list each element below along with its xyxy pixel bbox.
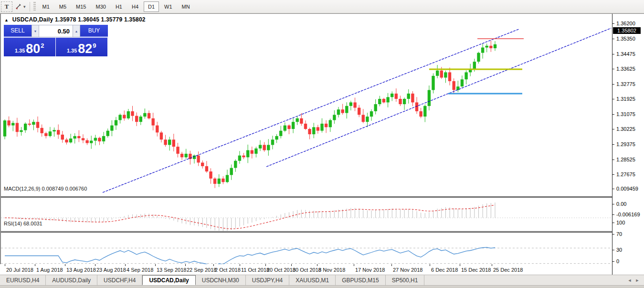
buy-button[interactable]: BUY [80,25,108,37]
channel-lower[interactable] [266,28,611,167]
chart-title: ▲ USDCAD,Daily 1.35978 1.36045 1.35779 1… [4,16,146,23]
price-axis-label: 1.31925 [616,96,635,102]
indicator-axis-label: 70 [616,231,622,237]
time-axis-label: 11 Oct 2018 [241,267,269,273]
buy-price-display[interactable]: 1.35 82 9 [56,38,108,56]
price-axis-tick [612,84,614,85]
time-axis-label: 1 Aug 2018 [36,267,63,273]
arrange-objects-button[interactable]: ▾ [13,1,27,12]
macd-panel-canvas[interactable] [1,198,613,231]
chart-tab-gbpusd-m15[interactable]: GBPUSD,M15 [336,275,385,285]
chart-tab-audusd-daily[interactable]: AUDUSD,Daily [46,275,97,285]
time-axis-label: 30 Oct 2018 [293,267,321,273]
time-axis-label: 13 Aug 2018 [66,267,96,273]
macd-main-value: 0.008749 [42,186,63,192]
time-axis-tick [125,264,126,266]
time-axis-tick [460,264,460,266]
time-axis-tick [354,264,354,266]
price-axis-label: 1.30225 [616,126,635,132]
sell-price-prefix: 1.35 [15,48,25,53]
price-axis-tick [612,54,614,54]
chart-tab-usdcnh-m30[interactable]: USDCNH,M30 [196,275,246,285]
price-axis-label: 1.33625 [616,66,635,72]
chart-tab-eurusd-h4[interactable]: EURUSD,H4 [0,275,46,285]
current-price-badge: 1.35802 [613,27,641,34]
price-axis-label: 1.27675 [616,171,635,177]
indicator-axis-tick [612,261,614,262]
indicator-axis-tick [612,250,614,250]
indicator-axis-label: 0 [616,258,619,264]
time-axis-tick [65,264,65,266]
time-axis-label: 4 Sep 2018 [127,267,153,273]
price-axis-tick [612,129,614,129]
volume-input[interactable] [39,25,73,37]
time-axis-tick [95,264,95,266]
timeframe-button-h4[interactable]: H4 [127,1,143,12]
time-axis-label: 8 Nov 2018 [318,267,345,273]
indicator-axis-label: -0.006169 [616,212,640,217]
sell-button[interactable]: SELL [4,25,32,37]
tab-scroll-right-icon[interactable]: ► [633,278,641,283]
chart-tab-usdjpy-h4[interactable]: USDJPY,H4 [246,275,289,285]
chart-tab-xauusd-m1[interactable]: XAUUSD,M1 [289,275,336,285]
timeframe-button-m30[interactable]: M30 [92,1,110,12]
toolbar-separator [30,2,30,11]
sell-price-display[interactable]: 1.35 80 2 [4,38,56,56]
price-axis-label: 1.29375 [616,141,635,147]
chart-tab-usdchf-h4[interactable]: USDCHF,H4 [97,275,142,285]
chevron-down-icon: ▾ [23,4,26,9]
time-axis-label: 13 Sep 2018 [157,267,186,273]
macd-signal-value: 0.006760 [65,186,87,192]
time-axis-label: 2 Oct 2018 [215,267,241,273]
time-axis-tick [213,264,214,266]
one-click-trading-panel: SELL ▼ ▲ BUY 1.35 80 2 1.35 82 9 [4,25,108,56]
toolbar-grip[interactable] [33,2,36,11]
volume-decrease-button[interactable]: ▼ [32,25,39,37]
macd-indicator-label: MACD(12,26,9) 0.008749 0.006760 [4,186,87,192]
rsi-value: 68.0031 [23,221,42,226]
indicator-axis-label: 0.00 [616,201,626,207]
time-axis-label: 15 Dec 2018 [461,267,491,273]
volume-increase-button[interactable]: ▲ [73,25,80,37]
timeframe-button-mn[interactable]: MN [178,1,194,12]
timeframe-button-d1[interactable]: D1 [144,1,159,12]
timeframe-button-h1[interactable]: H1 [111,1,127,12]
price-axis-label: 1.31075 [616,111,635,117]
tab-scroll-left-icon[interactable]: ◄ [626,278,633,283]
text-tool-button[interactable]: T [1,1,12,12]
indicator-axis-tick [612,223,614,223]
price-axis-tick [612,69,614,69]
timeframe-button-w1[interactable]: W1 [160,1,177,12]
price-axis-tick [612,144,614,145]
price-axis-label: 1.32775 [616,81,635,87]
chart-tab-usdcad-daily[interactable]: USDCAD,Daily [142,275,195,285]
time-axis-tick [430,264,430,266]
chart-tab-sp500-h1[interactable]: SP500,H1 [386,275,425,285]
price-axis-tick [612,99,614,99]
buy-price-big: 82 [78,43,92,55]
indicator-axis-label: 0.009459 [616,186,638,192]
toolbar: T ▾ M1M5M15M30H1H4D1W1MN [0,0,644,13]
time-axis[interactable]: 20 Jul 20181 Aug 201813 Aug 201823 Aug 2… [0,264,612,275]
price-axis-tick [612,114,614,115]
indicator-axis-label: 100 [616,220,625,225]
chart-symbol-label: USDCAD,Daily [12,16,53,23]
time-axis-tick [492,264,492,266]
time-axis-tick [291,264,292,266]
timeframe-group: M1M5M15M30H1H4D1W1MN [38,0,195,13]
timeframe-button-m15[interactable]: M15 [72,1,90,12]
timeframe-button-m1[interactable]: M1 [38,1,54,12]
time-axis-label: 25 Dec 2018 [493,267,523,273]
chart-ohlc-quote: 1.35978 1.36045 1.35779 1.35802 [55,16,146,23]
price-axis-tick [612,23,614,24]
time-axis-tick [185,264,186,266]
buy-price-pip: 9 [93,42,96,49]
channel-upper[interactable] [103,29,519,192]
timeframe-button-m5[interactable]: M5 [55,1,71,12]
price-axis-tick [612,39,614,39]
collapse-icon[interactable]: ▲ [4,18,9,22]
chart-tab-bar: EURUSD,H4AUDUSD,DailyUSDCHF,H4USDCAD,Dai… [0,275,644,285]
price-axis[interactable]: 1.362001.353501.344751.336251.327751.319… [612,14,644,275]
sell-price-big: 80 [26,43,40,55]
time-axis-tick [155,264,156,266]
